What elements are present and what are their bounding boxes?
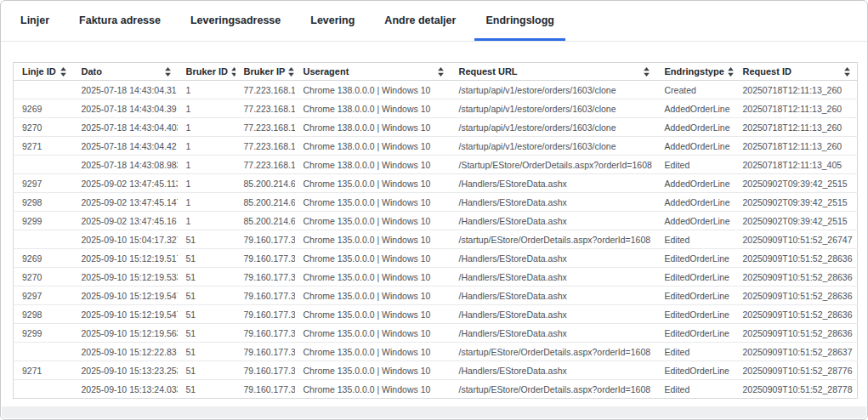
cell-request_url: /Handlers/EStoreData.ashx (451, 174, 656, 193)
cell-request_url: /Handlers/EStoreData.ashx (451, 361, 656, 380)
column-label-request_url: Request URL (459, 66, 518, 77)
cell-bruker_id: 51 (178, 361, 235, 380)
cell-bruker_id: 1 (178, 174, 235, 193)
cell-bruker_id: 51 (178, 305, 235, 324)
tab-endringslogg[interactable]: Endringslogg (474, 14, 565, 41)
column-header-request_url[interactable]: Request URL (451, 63, 656, 81)
cell-bruker_ip: 77.223.168.11 (235, 118, 295, 137)
column-label-request_id: Request ID (743, 66, 791, 77)
tab-leveringsadresse[interactable]: Leveringsadresse (179, 14, 292, 41)
cell-request_url: /Startup/EStore/OrderDetails.aspx?orderI… (451, 156, 656, 174)
column-header-bruker_id[interactable]: Bruker ID (178, 63, 235, 81)
cell-linje_id: 9299 (14, 212, 73, 230)
sort-icon[interactable] (728, 67, 734, 77)
tab-levering[interactable]: Levering (299, 14, 366, 41)
column-header-useragent[interactable]: Useragent (295, 63, 451, 81)
cell-dato: 2025-09-10 15:13:23.253 (73, 361, 178, 380)
changelog-table: Linje IDDatoBruker IDBruker IPUseragentR… (13, 62, 858, 399)
cell-request_url: /startup/api/v1/estore/orders/1603/clone (451, 118, 656, 137)
cell-request_id: 20250909T10:51:52_28778 (735, 380, 858, 399)
table-row: 92982025-09-02 13:47:45.147185.200.214.6… (14, 193, 858, 212)
table-row: 92992025-09-02 13:47:45.16185.200.214.68… (14, 212, 858, 230)
sort-icon[interactable] (644, 67, 650, 77)
column-header-endringstype[interactable]: Endringstype (656, 63, 735, 81)
table-row: 92692025-07-18 14:43:04.39177.223.168.11… (14, 99, 858, 118)
cell-bruker_ip: 85.200.214.68 (235, 193, 295, 212)
cell-request_id: 20250909T10:51:52_28776 (735, 361, 858, 380)
table-row: 92992025-09-10 15:12:19.5635179.160.177.… (14, 324, 858, 343)
cell-linje_id: 9297 (14, 174, 73, 193)
cell-bruker_ip: 79.160.177.35 (235, 343, 295, 361)
cell-request_url: /startup/api/v1/estore/orders/1603/clone (451, 81, 656, 99)
tab-andre-detaljer[interactable]: Andre detaljer (373, 14, 467, 41)
cell-endringstype: AddedOrderLine (656, 99, 735, 118)
cell-bruker_ip: 79.160.177.35 (235, 268, 295, 287)
table-row: 92712025-09-10 15:13:23.2535179.160.177.… (14, 361, 858, 380)
table-row: 92702025-07-18 14:43:04.403177.223.168.1… (14, 118, 858, 137)
cell-request_id: 20250902T09:39:42_2515 (735, 193, 858, 212)
cell-bruker_ip: 77.223.168.11 (235, 137, 295, 156)
cell-linje_id: 9270 (14, 118, 73, 137)
cell-request_url: /Handlers/EStoreData.ashx (451, 193, 656, 212)
sort-icon[interactable] (438, 67, 444, 77)
cell-dato: 2025-09-10 15:12:19.547 (73, 287, 178, 305)
cell-bruker_id: 1 (178, 193, 235, 212)
cell-bruker_ip: 79.160.177.35 (235, 305, 295, 324)
column-header-bruker_ip[interactable]: Bruker IP (235, 63, 295, 81)
cell-linje_id: 9269 (14, 249, 73, 268)
cell-request_id: 20250909T10:51:52_26747 (735, 230, 858, 249)
cell-bruker_id: 1 (178, 118, 235, 137)
cell-useragent: Chrome 138.0.0.0 | Windows 10 (295, 118, 451, 137)
cell-request_id: 20250909T10:51:52_28636 (735, 305, 858, 324)
cell-linje_id: 9298 (14, 193, 73, 212)
cell-request_id: 20250909T10:51:52_28636 (735, 287, 858, 305)
bottom-strip (2, 406, 866, 418)
cell-linje_id (14, 230, 73, 249)
tab-faktura-adresse[interactable]: Faktura adresse (68, 14, 172, 41)
table-row: 2025-09-10 15:13:24.0335179.160.177.35Ch… (14, 380, 858, 399)
cell-dato: 2025-07-18 14:43:04.403 (73, 118, 178, 137)
cell-request_id: 20250909T10:51:52_28636 (735, 324, 858, 343)
cell-request_url: /Handlers/EStoreData.ashx (451, 324, 656, 343)
cell-request_id: 20250909T10:51:52_28636 (735, 268, 858, 287)
cell-endringstype: EditedOrderLine (656, 305, 735, 324)
cell-bruker_ip: 79.160.177.35 (235, 230, 295, 249)
column-label-bruker_id: Bruker ID (186, 66, 229, 77)
cell-bruker_ip: 79.160.177.35 (235, 287, 295, 305)
cell-useragent: Chrome 135.0.0.0 | Windows 10 (295, 249, 451, 268)
cell-bruker_id: 51 (178, 380, 235, 399)
cell-bruker_id: 51 (178, 287, 235, 305)
cell-request_url: /Handlers/EStoreData.ashx (451, 249, 656, 268)
cell-dato: 2025-09-10 15:04:17.327 (73, 230, 178, 249)
cell-useragent: Chrome 138.0.0.0 | Windows 10 (295, 99, 451, 118)
cell-request_url: /Handlers/EStoreData.ashx (451, 305, 656, 324)
cell-bruker_ip: 85.200.214.68 (235, 174, 295, 193)
cell-request_id: 20250718T12:11:13_260 (735, 99, 858, 118)
cell-endringstype: EditedOrderLine (656, 249, 735, 268)
cell-request_id: 20250718T12:11:13_405 (735, 156, 858, 174)
cell-request_url: /Handlers/EStoreData.ashx (451, 268, 656, 287)
sort-icon[interactable] (288, 67, 294, 77)
cell-bruker_ip: 77.223.168.11 (235, 81, 295, 99)
table-row: 2025-09-10 15:12:22.835179.160.177.35Chr… (14, 343, 858, 361)
cell-linje_id: 9297 (14, 287, 73, 305)
sort-icon[interactable] (231, 67, 235, 77)
sort-icon[interactable] (60, 67, 66, 77)
column-header-linje_id[interactable]: Linje ID (14, 63, 73, 81)
cell-request_url: /startup/EStore/OrderDetails.aspx?orderI… (451, 380, 656, 399)
table-row: 2025-07-18 14:43:04.31177.223.168.11Chro… (14, 81, 858, 99)
column-header-dato[interactable]: Dato (73, 63, 178, 81)
sort-icon[interactable] (165, 67, 171, 77)
tab-linjer[interactable]: Linjer (9, 14, 60, 41)
cell-endringstype: EditedOrderLine (656, 287, 735, 305)
table-row: 2025-07-18 14:43:08.983177.223.168.11Chr… (14, 156, 858, 174)
sort-icon[interactable] (844, 67, 850, 77)
cell-dato: 2025-09-10 15:12:22.83 (73, 343, 178, 361)
cell-endringstype: EditedOrderLine (656, 361, 735, 380)
cell-dato: 2025-07-18 14:43:04.42 (73, 137, 178, 156)
column-header-request_id[interactable]: Request ID (735, 63, 858, 81)
cell-endringstype: EditedOrderLine (656, 268, 735, 287)
cell-endringstype: Edited (656, 230, 735, 249)
cell-linje_id: 9299 (14, 324, 73, 343)
cell-request_id: 20250718T12:11:13_260 (735, 118, 858, 137)
